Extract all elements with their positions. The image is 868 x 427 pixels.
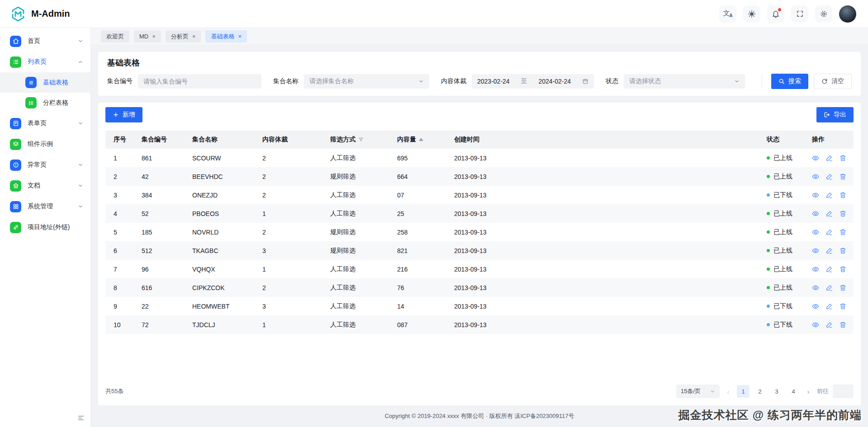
sidebar-item-list-pages[interactable]: 列表页 (0, 52, 90, 72)
delete-trash-icon[interactable] (840, 155, 846, 161)
cell-status: 已下线 (759, 191, 804, 199)
edit-pencil-icon[interactable] (826, 266, 833, 272)
theme-toggle-icon[interactable] (743, 5, 760, 23)
edit-pencil-icon[interactable] (826, 210, 833, 217)
cell-index: 5 (105, 229, 133, 236)
notifications-bell-icon[interactable] (767, 5, 784, 23)
export-button[interactable]: 导出 (816, 107, 854, 122)
translate-icon[interactable]: 文A (719, 5, 736, 23)
edit-pencil-icon[interactable] (826, 284, 833, 291)
layers-icon (10, 139, 21, 150)
edit-pencil-icon[interactable] (826, 155, 833, 161)
page-title: 基础表格 (107, 57, 852, 68)
close-icon[interactable]: × (152, 33, 156, 39)
cell-genre: 3 (254, 247, 322, 254)
cell-status: 已上线 (759, 210, 804, 218)
cell-volume: 14 (389, 303, 446, 310)
view-eye-icon[interactable] (812, 192, 819, 199)
delete-trash-icon[interactable] (840, 266, 846, 272)
delete-trash-icon[interactable] (840, 192, 846, 198)
goto-label: 前往 (817, 387, 829, 395)
cell-status: 已上线 (759, 228, 804, 236)
table-header: 序号 集合编号 集合名称 内容体裁 筛选方式 内容量 (105, 131, 854, 149)
page-button-1[interactable]: 1 (737, 385, 749, 398)
view-eye-icon[interactable] (812, 173, 819, 180)
view-eye-icon[interactable] (812, 210, 819, 217)
date-range-picker[interactable]: 2023-02-24 至 2024-02-24 (472, 74, 594, 89)
view-eye-icon[interactable] (812, 321, 819, 328)
status-dot (767, 175, 770, 178)
sidebar-item-form-pages[interactable]: 表单页 (0, 113, 90, 134)
close-icon[interactable]: × (192, 33, 196, 39)
edit-pencil-icon[interactable] (826, 229, 833, 235)
add-button[interactable]: 新增 (105, 107, 142, 122)
cell-actions (804, 210, 854, 217)
fullscreen-icon[interactable] (791, 5, 808, 23)
sidebar-item-components[interactable]: 组件示例 (0, 134, 90, 155)
close-icon[interactable]: × (238, 33, 242, 39)
delete-trash-icon[interactable] (840, 173, 846, 180)
view-eye-icon[interactable] (812, 266, 819, 273)
delete-trash-icon[interactable] (840, 229, 846, 235)
sidebar-item-basic-table[interactable]: 基础表格 (0, 72, 90, 93)
sidebar-item-project-link[interactable]: 项目地址(外链) (0, 217, 90, 238)
name-select[interactable]: 请选择集合名称 (304, 74, 429, 89)
table-row: 7 96 VQHQX 1 人工筛选 216 2013-09-13 已上线 (105, 260, 854, 278)
edit-pencil-icon[interactable] (826, 321, 833, 328)
edit-pencil-icon[interactable] (826, 173, 833, 180)
view-eye-icon[interactable] (812, 155, 819, 162)
date-end[interactable]: 2024-02-24 (538, 78, 571, 85)
sidebar-item-exception-pages[interactable]: 异常页 (0, 155, 90, 175)
sidebar-item-system-management[interactable]: 系统管理 (0, 196, 90, 217)
delete-trash-icon[interactable] (840, 303, 846, 310)
cell-name: NOVRLD (184, 229, 254, 236)
delete-trash-icon[interactable] (840, 284, 846, 291)
date-start[interactable]: 2023-02-24 (477, 78, 510, 85)
prev-page-icon[interactable]: ‹ (724, 388, 733, 395)
tab-welcome[interactable]: 欢迎页 (101, 30, 129, 42)
sidebar-collapse-icon[interactable] (77, 414, 85, 422)
sidebar-item-label: 组件示例 (28, 140, 83, 148)
page-button-2[interactable]: 2 (754, 385, 766, 398)
view-eye-icon[interactable] (812, 229, 819, 236)
cell-genre: 1 (254, 210, 322, 217)
user-avatar[interactable] (839, 5, 856, 23)
tab-md[interactable]: MD × (134, 30, 161, 42)
edit-pencil-icon[interactable] (826, 303, 833, 310)
status-select[interactable]: 请选择状态 (624, 74, 745, 89)
sidebar-item-home[interactable]: 首页 (0, 31, 90, 52)
view-eye-icon[interactable] (812, 303, 819, 310)
goto-page-input[interactable] (833, 385, 854, 398)
edit-pencil-icon[interactable] (826, 192, 833, 198)
page-size-select[interactable]: 15条/页 (676, 385, 720, 398)
sidebar-item-docs[interactable]: 文档 (0, 175, 90, 196)
delete-trash-icon[interactable] (840, 321, 846, 328)
funnel-filter-icon[interactable] (358, 137, 364, 142)
search-button[interactable]: 搜索 (771, 74, 808, 89)
clear-button[interactable]: 清空 (814, 74, 852, 89)
sort-ascending-icon[interactable] (419, 138, 423, 141)
page-button-3[interactable]: 3 (770, 385, 783, 398)
cell-code: 616 (133, 284, 184, 291)
sidebar-item-column-table[interactable]: 分栏表格 (0, 93, 90, 113)
view-eye-icon[interactable] (812, 247, 819, 254)
status-dot (767, 323, 770, 326)
col-filter-method: 筛选方式 (322, 136, 389, 144)
page-button-4[interactable]: 4 (787, 385, 800, 398)
tab-label: 欢迎页 (106, 33, 124, 41)
edit-pencil-icon[interactable] (826, 247, 833, 254)
cell-index: 10 (105, 321, 133, 328)
delete-trash-icon[interactable] (840, 210, 846, 217)
cell-actions (804, 155, 854, 162)
date-separator: 至 (521, 77, 527, 85)
code-input[interactable] (143, 78, 256, 85)
view-eye-icon[interactable] (812, 284, 819, 291)
cell-created: 2013-09-13 (446, 229, 759, 236)
delete-trash-icon[interactable] (840, 247, 846, 254)
next-page-icon[interactable]: › (804, 388, 813, 395)
chevron-down-icon (78, 162, 83, 168)
data-table: 序号 集合编号 集合名称 内容体裁 筛选方式 内容量 (105, 131, 854, 334)
tab-basic-table[interactable]: 基础表格 × (205, 30, 247, 42)
tab-analysis[interactable]: 分析页 × (166, 30, 201, 42)
settings-gear-icon[interactable] (815, 5, 832, 23)
